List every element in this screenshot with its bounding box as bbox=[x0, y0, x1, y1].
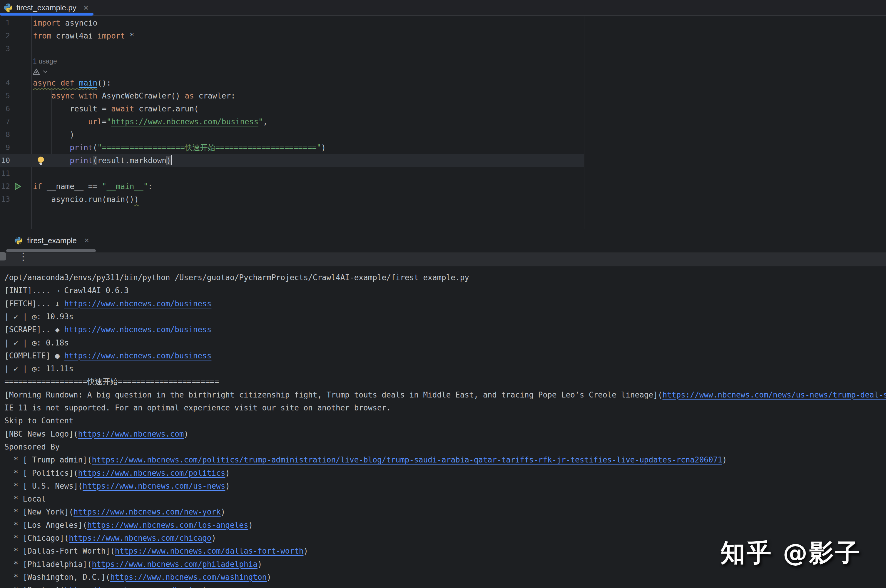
line-number: 11 bbox=[0, 167, 10, 180]
console-line: Sponsored By bbox=[4, 440, 60, 453]
console-line: [FETCH]... ↓ https://www.nbcnews.com/bus… bbox=[4, 297, 211, 310]
run-tab-label: firest_example bbox=[27, 236, 77, 245]
editor-tab-bar: firest_example.py × bbox=[0, 0, 886, 16]
console-text: Skip to Content bbox=[4, 416, 73, 425]
code-line: print("==================快速开始===========… bbox=[33, 141, 326, 154]
console-text: ) bbox=[267, 573, 271, 582]
console-line: [NBC News Logo](https://www.nbcnews.com) bbox=[4, 428, 189, 440]
console-line: | ✓ | ◷: 11.11s bbox=[4, 362, 73, 375]
console-line: [SCRAPE].. ◆ https://www.nbcnews.com/bus… bbox=[4, 323, 211, 336]
active-tab-indicator bbox=[0, 13, 93, 16]
right-margin-guide bbox=[584, 16, 585, 229]
console-text: * [Chicago]( bbox=[4, 534, 69, 542]
watermark: 知乎 @影子 bbox=[721, 536, 861, 570]
console-text: ) bbox=[303, 546, 308, 555]
console-line: * [Chicago](https://www.nbcnews.com/chic… bbox=[4, 531, 216, 544]
panel-drag-handle[interactable] bbox=[0, 252, 6, 261]
line-number: 13 bbox=[0, 193, 10, 206]
console-text: ) bbox=[225, 469, 230, 477]
console-text: IE 11 is not supported. For an optimal e… bbox=[4, 404, 391, 412]
usages-inlay-hint[interactable]: 1 usage bbox=[33, 55, 57, 67]
console-text: * [Los Angeles]( bbox=[4, 520, 87, 530]
line-number: 2 bbox=[0, 29, 10, 42]
console-text: | ✓ | ◷: 11.11s bbox=[4, 364, 73, 373]
console-link[interactable]: https://www.nbcnews.com/business bbox=[64, 351, 211, 360]
run-tab-close-icon[interactable]: × bbox=[84, 236, 89, 244]
code-line: from crawl4ai import * bbox=[33, 29, 134, 42]
code-line: print(result.markdown) bbox=[33, 154, 172, 167]
console-text: ) bbox=[184, 429, 189, 438]
console-link[interactable]: https://www.nbcnews.com/los-angeles bbox=[87, 520, 248, 530]
console-line: * [ Politics](https://www.nbcnews.com/po… bbox=[4, 466, 230, 480]
console-line: * Local bbox=[4, 492, 46, 506]
line-number: 7 bbox=[0, 115, 10, 128]
pycharm-window: firest_example.py × 1import asyncio2from… bbox=[0, 0, 886, 588]
run-gutter-icon[interactable] bbox=[13, 182, 22, 192]
console-line: | ✓ | ◷: 0.18s bbox=[4, 336, 69, 349]
ai-assistant-icon[interactable] bbox=[32, 67, 48, 76]
console-text: * [ Politics]( bbox=[4, 469, 78, 477]
code-line: url="https://www.nbcnews.com/business", bbox=[33, 115, 267, 128]
console-text: ) bbox=[202, 586, 207, 588]
tab-close-icon[interactable]: × bbox=[84, 3, 89, 12]
code-line: if __name__ == "__main__": bbox=[33, 180, 153, 193]
console-text: * [Philadelphia]( bbox=[4, 560, 92, 568]
code-line: result = await crawler.arun( bbox=[33, 102, 199, 115]
python-file-icon bbox=[14, 236, 23, 245]
console-link[interactable]: https://www.nbcnews.com/washington bbox=[110, 573, 267, 582]
console-text: ==================快速开始==================… bbox=[4, 377, 219, 386]
line-number: 12 bbox=[0, 180, 10, 193]
console-link[interactable]: https://www.nbcnews.com/politics/trump-a… bbox=[92, 455, 722, 464]
console-link[interactable]: https://www.nbcnews.com/politics bbox=[78, 469, 225, 477]
console-text: * [Boston]( bbox=[4, 586, 64, 588]
console-text: * [ Trump admin]( bbox=[4, 455, 92, 464]
console-text: [INIT].... → Crawl4AI 0.6.3 bbox=[4, 286, 129, 295]
console-line: * [Los Angeles](https://www.nbcnews.com/… bbox=[4, 519, 253, 531]
console-link[interactable]: https://www.nbcnews.com/new-york bbox=[73, 507, 221, 516]
console-text: | ✓ | ◷: 10.93s bbox=[4, 312, 73, 321]
code-line: async with AsyncWebCrawler() as crawler: bbox=[33, 89, 235, 102]
console-text: ) bbox=[248, 520, 253, 530]
gutter-separator bbox=[31, 16, 32, 229]
console-text: Sponsored By bbox=[4, 442, 60, 451]
run-tool-window: firest_example × ⋮ /opt/anaconda3/envs/p… bbox=[0, 229, 886, 588]
console-link[interactable]: https://www.nbcnews.com/boston bbox=[64, 586, 202, 588]
console-text: * [Washington, D.C.]( bbox=[4, 573, 110, 582]
code-editor[interactable]: 1import asyncio2from crawl4ai import *31… bbox=[0, 16, 886, 229]
console-text: ) bbox=[258, 560, 262, 568]
console-link[interactable]: https://www.nbcnews.com/chicago bbox=[69, 534, 211, 542]
console-text: * [New York]( bbox=[4, 507, 73, 516]
console-line: * [ Trump admin](https://www.nbcnews.com… bbox=[4, 453, 727, 466]
line-number: 3 bbox=[0, 42, 10, 55]
console-text: | ✓ | ◷: 0.18s bbox=[4, 338, 69, 347]
console-link[interactable]: https://www.nbcnews.com/us-news bbox=[82, 482, 225, 490]
code-line: ) bbox=[33, 128, 74, 141]
console-line: * [Boston](https://www.nbcnews.com/bosto… bbox=[4, 584, 207, 588]
console-line: * [ U.S. News](https://www.nbcnews.com/u… bbox=[4, 480, 230, 492]
console-link[interactable]: https://www.nbcnews.com/business bbox=[64, 325, 211, 334]
line-number: 9 bbox=[0, 141, 10, 154]
run-toolbar: ⋮ bbox=[0, 253, 886, 266]
line-number: 1 bbox=[0, 16, 10, 29]
console-link[interactable]: https://www.nbcnews.com/dallas-fort-wort… bbox=[115, 546, 304, 555]
console-text: /opt/anaconda3/envs/py311/bin/python /Us… bbox=[4, 273, 469, 282]
console-link[interactable]: https://www.nbcnews.com bbox=[78, 429, 184, 438]
console-line: /opt/anaconda3/envs/py311/bin/python /Us… bbox=[4, 271, 469, 284]
code-line: async def main(): bbox=[33, 76, 111, 89]
console-link[interactable]: https://www.nbcnews.com/news/us-news/tru… bbox=[662, 390, 886, 399]
more-options-icon[interactable]: ⋮ bbox=[18, 251, 28, 261]
console-text: ) bbox=[722, 455, 727, 464]
console-text: ) bbox=[211, 534, 216, 542]
console-text: [FETCH]... ↓ bbox=[4, 299, 64, 308]
code-line: import asyncio bbox=[33, 16, 97, 29]
console-text: * Local bbox=[4, 495, 46, 503]
tab-run-firest-example[interactable]: firest_example × bbox=[0, 231, 89, 250]
console-line: * [Philadelphia](https://www.nbcnews.com… bbox=[4, 558, 262, 571]
console-link[interactable]: https://www.nbcnews.com/philadelphia bbox=[92, 560, 258, 568]
toolbar-divider bbox=[12, 251, 12, 262]
console-line: IE 11 is not supported. For an optimal e… bbox=[4, 401, 391, 414]
console-line: Skip to Content bbox=[4, 414, 73, 427]
line-number: 8 bbox=[0, 128, 10, 141]
console-link[interactable]: https://www.nbcnews.com/business bbox=[64, 299, 211, 308]
line-number: 10 bbox=[0, 154, 10, 167]
